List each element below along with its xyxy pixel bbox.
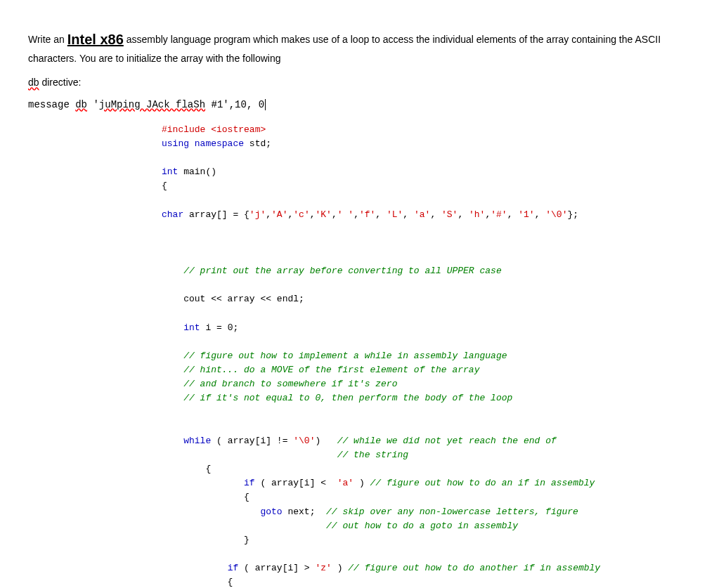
main-fn: main() xyxy=(183,166,216,177)
if2-brace: { xyxy=(162,577,233,587)
int-kw: int xyxy=(162,166,183,177)
comment-skip-1a: // skip over any non-lowercase letters, … xyxy=(326,507,578,517)
if1-brace: { xyxy=(162,492,249,502)
intel-x86-link[interactable]: Intel x86 xyxy=(67,32,124,47)
comment-while-3: // and branch to somewhere if it's zero xyxy=(162,379,397,389)
comment-while-4: // if it's not equal to 0, then perform … xyxy=(162,393,512,403)
brace-open: { xyxy=(162,181,167,191)
decl-db: db xyxy=(75,99,87,110)
comment-if-1: // figure out how to do an if in assembl… xyxy=(370,478,595,488)
if1-close: } xyxy=(162,535,249,545)
array-decl: array[] = { xyxy=(189,209,249,220)
while-brace: { xyxy=(162,464,211,474)
code-block: #include <iostream> using namespace std;… xyxy=(162,123,679,588)
comment-while-1: // figure out how to implement a while i… xyxy=(162,351,507,361)
comment-while-end: // while we did not yet reach the end of xyxy=(337,436,557,446)
i-init: i = 0; xyxy=(205,322,238,333)
iostream: <iostream> xyxy=(211,124,266,135)
message-declaration: message db 'juMping JAck flaSh #1',10, 0 xyxy=(28,99,679,110)
using-kw: using namespace xyxy=(162,138,249,149)
db-directive-line: db directive: xyxy=(28,74,679,90)
decl-mid: ' xyxy=(87,99,99,110)
directive-tail: directive: xyxy=(39,77,82,88)
if-kw-1: if xyxy=(244,478,260,488)
goto-kw-1: goto xyxy=(260,507,287,517)
int-kw-2: int xyxy=(183,322,205,333)
comment-print: // print out the array before converting… xyxy=(162,266,502,276)
comment-skip-1b: // out how to do a goto in assembly xyxy=(162,521,518,531)
problem-intro: Write an Intel x86 assembly language pro… xyxy=(28,28,679,66)
text-cursor xyxy=(264,99,266,110)
comment-the-string: // the string xyxy=(162,450,408,460)
while-kw: while xyxy=(183,436,216,446)
cout-line: cout << array << endl; xyxy=(162,294,304,304)
comment-if-2: // figure out how to do another if in as… xyxy=(348,563,600,573)
intro-text-b: assembly language program which makes us… xyxy=(28,34,661,64)
std: std; xyxy=(249,138,271,149)
char-kw: char xyxy=(162,209,189,220)
decl-string: juMping JAck flaSh xyxy=(99,99,205,110)
decl-tail: #1',10, 0 xyxy=(205,99,264,110)
comment-while-2: // hint... do a MOVE of the first elemen… xyxy=(162,365,479,375)
preproc: #include xyxy=(162,124,211,135)
intro-text-a: Write an xyxy=(28,34,67,45)
if-kw-2: if xyxy=(228,563,244,573)
decl-head: message xyxy=(28,99,75,110)
db-underlined: db xyxy=(28,77,39,88)
